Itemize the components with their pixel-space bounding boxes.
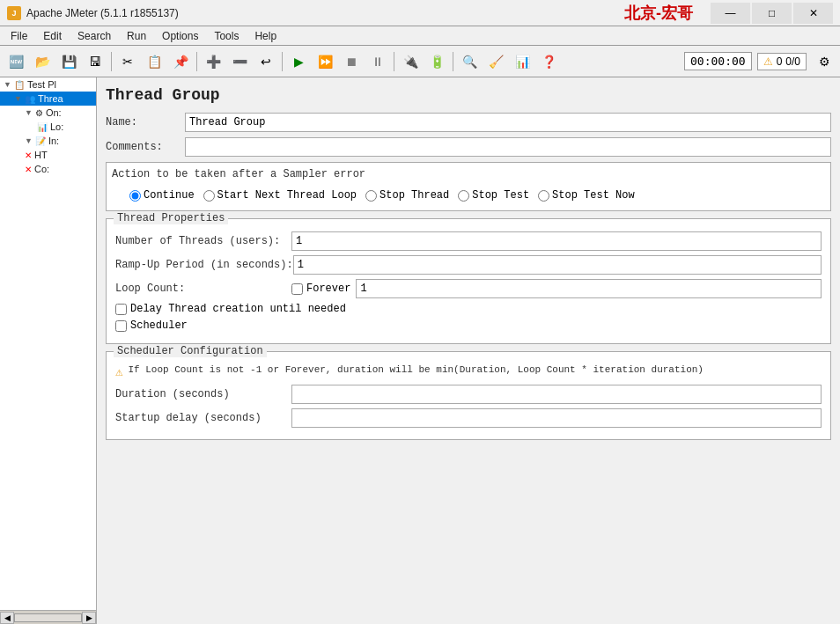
warning-count: 0 [777, 55, 783, 68]
scrollbar-track [14, 613, 82, 622]
toolbar: 🆕 📂 💾 🖫 ✂ 📋 📌 ➕ ➖ ↩ ▶ ⏩ ⏹ ⏸ 🔌 🔋 🔍 🧹 📊 ❓ … [0, 46, 840, 77]
name-input[interactable] [185, 113, 831, 132]
window-controls: — □ ✕ [711, 3, 833, 24]
stop-test-label: Stop Test [472, 189, 529, 202]
copy-button[interactable]: 📋 [142, 49, 166, 74]
menu-help[interactable]: Help [247, 28, 284, 44]
save-button[interactable]: 💾 [56, 49, 81, 74]
radio-stop-test-now[interactable]: Stop Test Now [538, 189, 635, 202]
tree-item-lo[interactable]: 📊 Lo: [0, 120, 96, 134]
delay-row: Delay Thread creation until needed [115, 303, 822, 315]
expand-icon: ▼ [4, 80, 11, 89]
stop-thread-label: Stop Thread [379, 189, 449, 202]
radio-continue[interactable]: Continue [129, 189, 195, 202]
remote-stop-button[interactable]: 🔋 [424, 49, 449, 74]
duration-input[interactable] [291, 385, 822, 404]
expand-icon-in: ▼ [25, 136, 33, 145]
loop-count-row: Loop Count: Forever [115, 279, 822, 298]
num-threads-input[interactable] [291, 231, 822, 251]
delay-checkbox-label[interactable]: Delay Thread creation until needed [115, 303, 346, 315]
co-icon: ✕ [25, 165, 32, 174]
forever-checkbox[interactable] [291, 283, 303, 295]
tree-item-on[interactable]: ▼ ⚙ On: [0, 106, 96, 120]
thread-props-inner: Number of Threads (users): Ramp-Up Perio… [115, 231, 822, 332]
remote-start-button[interactable]: 🔌 [398, 49, 423, 74]
status-area: ⚠ 0 0/0 [757, 53, 807, 70]
radio-stop-thread[interactable]: Stop Thread [365, 189, 449, 202]
radio-start-next[interactable]: Start Next Thread Loop [203, 189, 357, 202]
duration-row: Duration (seconds) [115, 385, 822, 404]
reset-button[interactable]: ↩ [254, 49, 278, 74]
ramp-up-row: Ramp-Up Period (in seconds): [115, 255, 822, 275]
function-helper[interactable]: 📊 [510, 49, 534, 74]
start-button[interactable]: ▶ [286, 49, 311, 74]
start-no-pause-button[interactable]: ⏩ [313, 49, 337, 74]
add-button[interactable]: ➕ [201, 49, 225, 74]
scheduler-checkbox[interactable] [115, 320, 127, 332]
scheduler-label: Scheduler [130, 319, 188, 332]
separator-3 [282, 52, 283, 71]
ratio-display: 0/0 [785, 55, 800, 68]
ht-label: HT [34, 150, 48, 160]
scheduler-checkbox-label[interactable]: Scheduler [115, 319, 188, 332]
stop-test-now-label: Stop Test Now [552, 189, 635, 202]
menu-run[interactable]: Run [120, 28, 153, 44]
tree-item-co[interactable]: ✕ Co: [0, 162, 96, 176]
clear-button[interactable]: 🧹 [483, 49, 508, 74]
tree-item-testplan[interactable]: ▼ 📋 Test Pl [0, 77, 96, 92]
num-threads-label: Number of Threads (users): [115, 235, 291, 247]
title-bar-left: J Apache JMeter (5.1.1 r1855137) [7, 6, 179, 20]
help-button[interactable]: ❓ [536, 49, 561, 74]
menu-bar: File Edit Search Run Options Tools Help [0, 26, 840, 46]
scroll-left-button[interactable]: ◀ [0, 612, 14, 624]
stop-button[interactable]: ⏹ [339, 49, 364, 74]
search-btn[interactable]: 🔍 [457, 49, 482, 74]
menu-file[interactable]: File [4, 28, 34, 44]
loop-count-input[interactable] [356, 279, 822, 298]
left-tree-panel: ▼ 📋 Test Pl ▼ 👥 Threa ▼ ⚙ On: 📊 Lo: ▼ 📝 … [0, 77, 97, 624]
ramp-up-input[interactable] [293, 255, 822, 275]
comments-label: Comments: [106, 141, 185, 153]
close-button[interactable]: ✕ [793, 3, 833, 24]
on-label: On: [46, 107, 62, 118]
expand-icon-on: ▼ [25, 108, 33, 117]
brand-label: 北京-宏哥 [624, 3, 693, 24]
settings-icon[interactable]: ⚙ [812, 49, 836, 74]
open-button[interactable]: 📂 [30, 49, 55, 74]
tree-item-threadgroup[interactable]: ▼ 👥 Threa [0, 92, 96, 106]
toolbar-status-area: 00:00:00 ⚠ 0 0/0 ⚙ [684, 49, 836, 74]
shutdown-button[interactable]: ⏸ [365, 49, 390, 74]
maximize-button[interactable]: □ [752, 3, 792, 24]
menu-edit[interactable]: Edit [36, 28, 69, 44]
separator-4 [394, 52, 394, 71]
scheduler-config-title: Scheduler Configuration [114, 345, 267, 357]
delay-checkbox[interactable] [115, 304, 127, 315]
minimize-button[interactable]: — [711, 3, 750, 24]
tree-item-ht[interactable]: ✕ HT [0, 148, 96, 162]
startup-label: Startup delay (seconds) [115, 412, 291, 424]
menu-search[interactable]: Search [70, 28, 118, 44]
num-threads-row: Number of Threads (users): [115, 231, 822, 251]
radio-stop-test[interactable]: Stop Test [458, 189, 529, 202]
paste-button[interactable]: 📌 [168, 49, 193, 74]
save-all-button[interactable]: 🖫 [83, 49, 107, 74]
tree-item-in[interactable]: ▼ 📝 In: [0, 134, 96, 148]
menu-tools[interactable]: Tools [207, 28, 246, 44]
scroll-right-button[interactable]: ▶ [82, 612, 96, 624]
menu-options[interactable]: Options [155, 28, 205, 44]
startup-input[interactable] [291, 408, 822, 428]
expand-icon-tg: ▼ [14, 94, 22, 103]
scheduler-config-inner: ⚠ If Loop Count is not -1 or Forever, du… [115, 364, 822, 428]
comments-input[interactable] [185, 137, 831, 157]
action-section: Action to be taken after a Sampler error… [106, 162, 831, 211]
forever-checkbox-label[interactable]: Forever [291, 283, 350, 295]
remove-button[interactable]: ➖ [227, 49, 252, 74]
duration-label: Duration (seconds) [115, 388, 291, 400]
threadgroup-label: Threa [38, 93, 63, 104]
in-icon: 📝 [35, 136, 46, 146]
action-title: Action to be taken after a Sampler error [112, 168, 825, 180]
warning-row: ⚠ If Loop Count is not -1 or Forever, du… [115, 364, 822, 379]
in-label: In: [48, 136, 59, 146]
cut-button[interactable]: ✂ [115, 49, 140, 74]
new-button[interactable]: 🆕 [4, 49, 28, 74]
